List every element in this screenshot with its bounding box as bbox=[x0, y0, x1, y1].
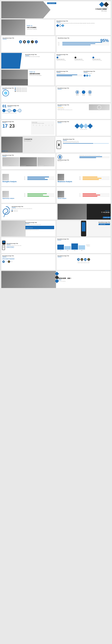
col2-title: Beautifully design Title bbox=[74, 59, 92, 60]
sm-icon-circle-2: 🔔 bbox=[81, 258, 83, 261]
devices-left bbox=[2, 240, 6, 250]
swot-s-track-1 bbox=[27, 177, 54, 177]
two-col-right-title: Beautifully design Title bbox=[84, 71, 110, 72]
num-arrow-3: ◆ bbox=[17, 110, 18, 111]
part02-image bbox=[1, 70, 28, 86]
swot-t-image bbox=[58, 191, 64, 198]
three-img-row: Beautifully design Title Beautifully des… bbox=[2, 157, 54, 166]
swot-o-track-1 bbox=[27, 194, 54, 194]
person-card-bars bbox=[79, 156, 110, 158]
img-text-title: Beautifully design Title bbox=[25, 222, 54, 223]
two-col-left-bars bbox=[57, 74, 82, 76]
cal-grid: M T W T F S S 1 2 3 4 5 6 7 bbox=[32, 124, 54, 126]
spiral-content: Beautifully design Title Beautiful desig… bbox=[11, 205, 55, 218]
person-role-1: Role Title bbox=[76, 95, 79, 96]
icon-label-3: Title bbox=[28, 44, 29, 44]
prog2-row-2 bbox=[57, 76, 82, 76]
part02-title: 成绩回顾和总结报告 bbox=[30, 73, 53, 75]
part02-subtitle: Review and Summary Report bbox=[30, 75, 53, 76]
sm-icon-circle-3: 📧 bbox=[84, 258, 87, 261]
swot-o-track-3 bbox=[27, 196, 54, 197]
info-dot-3 bbox=[15, 90, 16, 91]
slide-spiral: Beautifully design Title Beautiful desig… bbox=[1, 204, 57, 220]
part01-title: 年度工作完成情况 bbox=[27, 27, 53, 28]
col-2: Beautifully design Title Content text he… bbox=[74, 56, 92, 61]
cal-detail-title: Schedule Details bbox=[32, 122, 54, 123]
sm-icon-lbl-2: Notify bbox=[81, 261, 83, 262]
calendar-left: Beautifully design Title 17 / 23 bbox=[2, 121, 30, 135]
info-dot-1 bbox=[15, 88, 16, 88]
prog-track-3 bbox=[62, 45, 109, 45]
swot-o-fill-3 bbox=[27, 196, 49, 197]
prog2-fill-1 bbox=[57, 74, 77, 75]
watch-screen bbox=[3, 241, 5, 243]
bar-val-1: 70% bbox=[57, 250, 64, 251]
part01-left-image bbox=[1, 20, 25, 35]
num-arrow-2: ◆ bbox=[11, 110, 12, 111]
blue-shape-content: Beautifully design Title Beautiful desig… bbox=[1, 53, 54, 58]
swot-o-fill-2 bbox=[27, 195, 43, 195]
phone-screen bbox=[82, 222, 86, 232]
sm-icon-3: 📧 Mail bbox=[84, 258, 87, 262]
num-4: 4 bbox=[18, 109, 21, 112]
numflow-hline bbox=[8, 107, 12, 107]
phone-badge-label: Creative Slide bbox=[99, 224, 105, 225]
swot-t-bar-3: T3 bbox=[79, 196, 110, 197]
swot-o-lbl-3: O3 bbox=[24, 196, 27, 197]
pcard-fill-2 bbox=[79, 158, 96, 158]
icon-item-2: 📈 Title bbox=[23, 40, 26, 44]
slide-barchart: Beautifully design Title 70% 50% 85% 60%… bbox=[56, 238, 111, 253]
cal-dates: 17 / 23 bbox=[2, 124, 30, 128]
swot-t-track-1 bbox=[82, 194, 110, 194]
phone-device-screen bbox=[3, 246, 5, 248]
devices-title: Beautifully design Title bbox=[7, 243, 54, 244]
bar-chart-group: 70% 50% 85% 60% bbox=[57, 242, 85, 250]
icon-label-4: Title bbox=[32, 44, 33, 44]
cal-date2: 23 bbox=[10, 124, 15, 128]
swot-t-lbl-2: T2 bbox=[79, 194, 82, 195]
star-3: ★ bbox=[60, 107, 62, 108]
info-text-2: Beautiful design content text here bbox=[16, 89, 27, 90]
swot-threat-left: Threat Analysis bbox=[58, 188, 78, 202]
avatar-3: 👤 bbox=[88, 90, 92, 94]
slide-tags: Beautifully design Title 5941 8376 Creat… bbox=[1, 254, 55, 270]
blue-shape-line bbox=[25, 56, 29, 56]
devices-tags: Feature Design bbox=[7, 246, 54, 248]
icons-sm-row: 💬 Chat 🔔 Notify 📧 Mail 💡 Idea bbox=[58, 258, 110, 262]
slide-thankyou: 感谢您的观看，谢谢！ Thank you for watching bbox=[1, 271, 111, 288]
slide-part03: PART 03 工作存在的不足 Work Deficiencies bbox=[1, 137, 54, 152]
info-text-4: Beautiful design content text here bbox=[16, 91, 27, 92]
stars-left: Beautifully design Title ★ ★ ★ ★ ★ Excel… bbox=[58, 104, 88, 110]
swot-o-fill-1 bbox=[27, 194, 47, 194]
barchart-hline bbox=[57, 240, 61, 240]
num-flow-row: 1 ◆ 2 ◆ 3 ◆ 4 bbox=[2, 109, 54, 112]
part04-content: PART 04 下一年工作计划 bbox=[101, 210, 109, 213]
text3col-title: Beautifully design Title bbox=[57, 54, 110, 55]
two-col-inner: Beautifully design Title Content descrip… bbox=[57, 71, 110, 84]
person-card-avatar: 👤 bbox=[58, 154, 62, 159]
devices-hline bbox=[7, 244, 11, 245]
part04-left-img bbox=[58, 204, 87, 220]
img-text-ph bbox=[1, 221, 26, 236]
slide-icons1: Beautifully design Title 📊 Title 📈 Title… bbox=[1, 36, 55, 52]
swot-w-lbl-3: W3 bbox=[79, 179, 82, 180]
part03-title: 工作存在的不足 bbox=[24, 138, 53, 140]
part02-overlay bbox=[1, 79, 28, 86]
swot-o-img bbox=[2, 191, 9, 198]
badge-label: Creative Slide bbox=[104, 217, 110, 218]
ty-diamond-1 bbox=[55, 272, 59, 276]
phone-bar-2 bbox=[94, 143, 109, 144]
globe-hline bbox=[2, 89, 6, 89]
swot-w-image bbox=[58, 174, 64, 180]
numflow-header: 01 Beautifully design Title bbox=[2, 104, 54, 108]
tag-2: Design bbox=[11, 246, 14, 248]
spiral-hline bbox=[12, 208, 16, 208]
swot-s-lbl-1: S1 bbox=[24, 176, 27, 177]
bar-1: 70% bbox=[57, 245, 64, 250]
swot-s-image bbox=[2, 174, 9, 180]
cal-title: Beautifully design Title bbox=[2, 121, 30, 122]
img-text-blue-box: Highlighted content text bbox=[25, 226, 54, 229]
num-3: 3 bbox=[13, 109, 16, 112]
numflow-desc: Beautiful design description text here f… bbox=[2, 113, 54, 114]
slide-cover: CONTENT 工作总结汇报模板 年终工作总结 美丽的工作报告 Beautifu… bbox=[1, 1, 111, 18]
